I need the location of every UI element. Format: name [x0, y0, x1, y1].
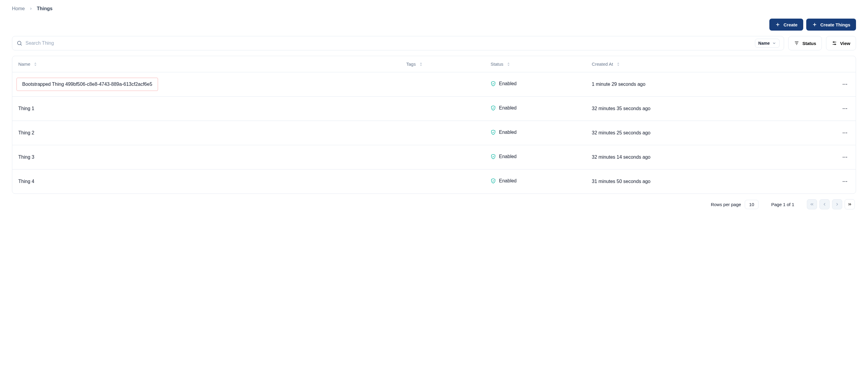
search-filter-dropdown[interactable]: Name: [755, 39, 780, 48]
page-indicator: Page 1 of 1: [771, 202, 794, 207]
row-actions-button[interactable]: [840, 104, 850, 113]
shield-check-icon: [491, 154, 496, 159]
toolbar: Name Status View: [12, 36, 856, 50]
row-actions-button[interactable]: [840, 152, 850, 162]
shield-check-icon: [491, 130, 496, 135]
row-name: Thing 3: [18, 154, 34, 160]
filter-icon: [794, 40, 799, 46]
sort-icon: [419, 62, 423, 66]
rows-per-page-label: Rows per page: [711, 202, 741, 207]
row-status: Enabled: [491, 178, 517, 183]
page-size-select[interactable]: 10: [745, 200, 759, 209]
status-filter-button[interactable]: Status: [788, 36, 822, 50]
table-row[interactable]: Bootstrapped Thing 499bf506-c8e8-4743-88…: [12, 72, 856, 96]
table-row[interactable]: Thing 1Enabled32 minutes 35 seconds ago: [12, 96, 856, 121]
breadcrumb-home[interactable]: Home: [12, 6, 25, 11]
svg-point-17: [845, 108, 845, 109]
svg-point-26: [845, 181, 845, 182]
svg-point-15: [846, 84, 847, 85]
create-things-button[interactable]: Create Things: [806, 19, 856, 31]
sort-icon: [506, 62, 510, 66]
more-horizontal-icon: [842, 154, 848, 160]
search-input[interactable]: [26, 40, 752, 46]
row-created-at: 32 minutes 14 seconds ago: [586, 145, 788, 170]
pager: [807, 199, 855, 209]
column-tags[interactable]: Tags: [406, 61, 423, 66]
chevron-left-icon: [822, 202, 827, 207]
row-status-text: Enabled: [499, 154, 517, 159]
row-created-at: 32 minutes 25 seconds ago: [586, 121, 788, 145]
row-tags: [400, 96, 485, 121]
view-button-label: View: [840, 41, 850, 46]
svg-point-13: [843, 84, 844, 85]
create-button-label: Create: [783, 22, 798, 27]
shield-check-icon: [491, 178, 496, 183]
column-tags-label: Tags: [406, 61, 416, 66]
row-status-text: Enabled: [499, 105, 517, 111]
shield-check-icon: [491, 105, 496, 111]
column-name-label: Name: [18, 61, 30, 66]
row-tags: [400, 72, 485, 96]
page-first-button[interactable]: [807, 199, 817, 209]
row-name: Thing 1: [18, 106, 34, 111]
search-filter-label: Name: [758, 41, 770, 46]
row-actions-button[interactable]: [840, 177, 850, 186]
svg-point-10: [833, 42, 834, 42]
table-row[interactable]: Thing 4Enabled31 minutes 50 seconds ago: [12, 170, 856, 194]
row-created-at: 31 minutes 50 seconds ago: [586, 170, 788, 194]
svg-point-20: [845, 133, 845, 134]
svg-point-21: [846, 133, 847, 134]
row-created-at: 1 minute 29 seconds ago: [586, 72, 788, 96]
row-status: Enabled: [491, 81, 517, 86]
svg-point-23: [845, 157, 845, 158]
view-button[interactable]: View: [826, 36, 856, 50]
rows-per-page: Rows per page 10: [711, 200, 759, 209]
column-status-label: Status: [491, 61, 503, 66]
row-status-text: Enabled: [499, 130, 517, 135]
row-status-text: Enabled: [499, 81, 517, 86]
table-footer: Rows per page 10 Page 1 of 1: [12, 194, 856, 215]
page-prev-button[interactable]: [819, 199, 830, 209]
table-row[interactable]: Thing 2Enabled32 minutes 25 seconds ago: [12, 121, 856, 145]
shield-check-icon: [491, 81, 496, 86]
header-actions: Create Create Things: [12, 19, 856, 31]
sort-icon: [616, 62, 620, 66]
page-next-button[interactable]: [832, 199, 842, 209]
row-name: Thing 2: [18, 130, 34, 136]
row-status: Enabled: [491, 130, 517, 135]
table-wrap: Name Tags Stat: [12, 56, 856, 194]
plus-icon: [775, 22, 780, 27]
chevron-right-icon: [835, 202, 839, 207]
breadcrumb-current: Things: [37, 6, 53, 11]
svg-point-19: [843, 133, 844, 134]
row-tags: [400, 121, 485, 145]
svg-point-18: [846, 108, 847, 109]
table-row[interactable]: Thing 3Enabled32 minutes 14 seconds ago: [12, 145, 856, 170]
column-created-at[interactable]: Created At: [592, 61, 620, 66]
row-created-at: 32 minutes 35 seconds ago: [586, 96, 788, 121]
row-tags: [400, 170, 485, 194]
svg-point-22: [843, 157, 844, 158]
more-horizontal-icon: [842, 106, 848, 112]
row-actions-button[interactable]: [840, 128, 850, 138]
row-tags: [400, 145, 485, 170]
svg-line-5: [21, 45, 22, 46]
chevrons-right-icon: [847, 202, 852, 207]
search-icon: [17, 40, 23, 46]
row-status: Enabled: [491, 154, 517, 159]
things-table: Name Tags Stat: [12, 56, 856, 194]
create-button[interactable]: Create: [769, 19, 803, 31]
more-horizontal-icon: [842, 81, 848, 87]
column-status[interactable]: Status: [491, 61, 510, 66]
chevron-right-icon: [29, 7, 33, 10]
svg-point-4: [18, 41, 21, 45]
svg-point-27: [846, 181, 847, 182]
search-wrap: Name: [12, 36, 784, 50]
page-last-button[interactable]: [845, 199, 855, 209]
column-name[interactable]: Name: [18, 61, 37, 66]
more-horizontal-icon: [842, 178, 848, 184]
svg-point-12: [835, 44, 836, 45]
create-things-button-label: Create Things: [820, 22, 850, 27]
row-actions-button[interactable]: [840, 80, 850, 89]
row-name: Thing 4: [18, 179, 34, 184]
